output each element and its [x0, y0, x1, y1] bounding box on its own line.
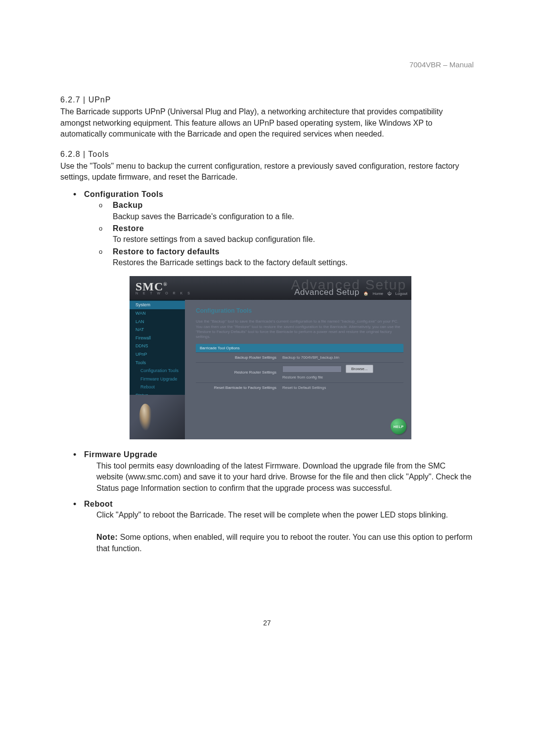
sub-factory: o Restore to factory defaults Restores t…: [113, 246, 474, 269]
backup-desc: Backup saves the Barricade's configurati…: [113, 211, 474, 222]
sidebar-item-config-tools[interactable]: Configuration Tools: [130, 367, 185, 375]
home-link[interactable]: 🏠 Home: [363, 291, 383, 296]
row-reset-value[interactable]: Reset to Default Settings: [282, 385, 403, 390]
shot-main-title: Configuration Tools: [196, 307, 403, 315]
firmware-title: Firmware Upgrade: [84, 450, 157, 459]
restore-title: Restore: [113, 224, 144, 233]
logout-link[interactable]: ⏻ Logout: [387, 291, 407, 296]
factory-title: Restore to factory defaults: [113, 247, 220, 256]
sidebar-item-nat[interactable]: NAT: [130, 326, 185, 334]
page-number: 27: [60, 618, 474, 628]
note-block: Note: Some options, when enabled, will r…: [96, 532, 474, 554]
row-restore-label: Restore Router Settings: [196, 370, 282, 375]
factory-desc: Restores the Barricade settings back to …: [113, 257, 474, 268]
bullet-config-tools: Configuration Tools o Backup Backup save…: [84, 189, 474, 440]
shot-main: Configuration Tools Use the "Backup" too…: [185, 300, 411, 439]
section-628-body: Use the "Tools" menu to backup the curre…: [60, 161, 474, 183]
sidebar-item-tools[interactable]: Tools: [130, 359, 185, 367]
note-label: Note:: [96, 533, 118, 541]
row-reset-label: Reset Barricade to Factory Settings: [196, 385, 282, 390]
config-tools-title: Configuration Tools: [84, 190, 163, 198]
sub-restore: o Restore To restore settings from a sav…: [113, 223, 474, 245]
router-ui-screenshot: SMC® N E T W O R K S Advanced Setup Adva…: [130, 276, 411, 439]
row-restore-value[interactable]: Restore from config file: [282, 375, 403, 380]
row-backup-value[interactable]: Backup to 7004VBR_backup.bin: [282, 355, 403, 360]
row-restore: Restore Router Settings Browse... Restor…: [196, 362, 403, 382]
home-logout: 🏠 Home ⏻ Logout: [360, 291, 407, 296]
section-627-body: The Barricade supports UPnP (Universal P…: [60, 106, 474, 140]
restore-file-input[interactable]: [282, 366, 342, 373]
row-backup: Backup Router Settings Backup to 7004VBR…: [196, 352, 403, 362]
firmware-desc: This tool permits easy downloading of th…: [96, 461, 474, 494]
backup-title: Backup: [113, 201, 143, 209]
sidebar-item-reboot[interactable]: Reboot: [130, 383, 185, 391]
sidebar-item-firmware[interactable]: Firmware Upgrade: [130, 375, 185, 383]
bullet-firmware: Firmware Upgrade This tool permits easy …: [84, 449, 474, 494]
sidebar-item-upnp[interactable]: UPnP: [130, 350, 185, 359]
sidebar-item-firewall[interactable]: Firewall: [130, 334, 185, 342]
row-backup-label: Backup Router Settings: [196, 355, 282, 360]
browse-button[interactable]: Browse...: [346, 365, 373, 373]
sidebar-item-ddns[interactable]: DDNS: [130, 342, 185, 350]
restore-desc: To restore settings from a saved backup …: [113, 234, 474, 245]
bullet-reboot: Reboot Click "Apply" to reboot the Barri…: [84, 499, 474, 554]
row-reset: Reset Barricade to Factory Settings Rese…: [196, 382, 403, 392]
sidebar-item-lan[interactable]: LAN: [130, 318, 185, 326]
help-button[interactable]: HELP: [391, 419, 406, 434]
reboot-title: Reboot: [84, 500, 113, 508]
decorative-photo-corner: [130, 395, 185, 439]
banner-text: Advanced Setup: [294, 286, 359, 298]
sub-backup: o Backup Backup saves the Barricade's co…: [113, 200, 474, 222]
note-body-text: Some options, when enabled, will require…: [96, 533, 472, 552]
shot-table: Backup Router Settings Backup to 7004VBR…: [196, 352, 403, 392]
shot-table-header: Barricade Tool Options: [196, 344, 403, 352]
sidebar-item-wan[interactable]: WAN: [130, 309, 185, 318]
smc-logo-sub: N E T W O R K S: [135, 291, 192, 296]
section-627-heading: 6.2.7 | UPnP: [60, 94, 474, 105]
shot-main-desc: Use the "Backup" tool to save the Barric…: [196, 319, 403, 340]
page-header: 7004VBR – Manual: [60, 59, 474, 70]
sidebar-item-system[interactable]: System: [130, 301, 185, 309]
section-628-heading: 6.2.8 | Tools: [60, 149, 474, 160]
reboot-desc: Click "Apply" to reboot the Barricade. T…: [96, 510, 474, 520]
shot-header: SMC® N E T W O R K S Advanced Setup Adva…: [130, 276, 411, 300]
